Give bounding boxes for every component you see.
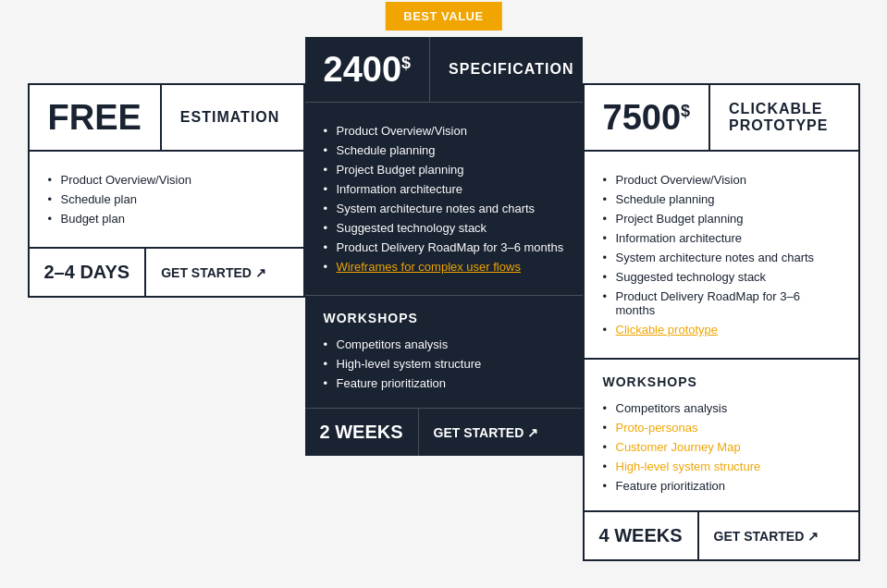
free-cta-button[interactable]: GET STARTED ↗ xyxy=(146,249,281,296)
list-item: Suggested technology stack xyxy=(603,267,840,287)
pricing-container: FREE ESTIMATION Product Overview/Vision … xyxy=(0,0,887,588)
free-price-block: FREE xyxy=(30,85,162,150)
proto-title: CLICKABLE PROTOTYPE xyxy=(729,101,839,134)
proto-title-block: CLICKABLE PROTOTYPE xyxy=(710,85,857,150)
list-item: Product Delivery RoadMap for 3–6 months xyxy=(603,287,840,320)
list-item: Product Overview/Vision xyxy=(48,170,285,190)
spec-title-block: SPECIFICATION xyxy=(430,37,592,102)
spec-workshops: WORKSHOPS Competitors analysis High-leve… xyxy=(305,296,583,409)
proto-price: 7500$ xyxy=(603,100,691,135)
best-value-badge: Best value xyxy=(385,2,501,31)
list-item: Product Overview/Vision xyxy=(603,170,840,190)
list-item: Product Delivery RoadMap for 3–6 months xyxy=(324,238,564,257)
card-spec: Best value 2400$ SPECIFICATION Product O… xyxy=(305,37,583,456)
free-price: FREE xyxy=(48,100,142,135)
spec-duration: 2 WEEKS xyxy=(305,409,419,456)
card-free: FREE ESTIMATION Product Overview/Vision … xyxy=(28,83,305,298)
list-item: Information architecture xyxy=(603,228,840,248)
list-item: High-level system structure xyxy=(324,354,564,374)
proto-workshops-title: WORKSHOPS xyxy=(603,374,840,389)
list-item-highlighted: High-level system structure xyxy=(603,457,840,476)
proto-workshops: WORKSHOPS Competitors analysis Proto-per… xyxy=(585,360,858,512)
list-item-highlighted: Wireframes for complex user flows xyxy=(324,257,564,276)
list-item: System architecture notes and charts xyxy=(324,199,564,218)
free-duration: 2–4 DAYS xyxy=(30,249,147,296)
spec-workshops-list: Competitors analysis High-level system s… xyxy=(324,335,564,393)
spec-header: 2400$ SPECIFICATION xyxy=(305,37,583,103)
proto-footer: 4 WEEKS GET STARTED ↗ xyxy=(585,512,858,559)
list-item-highlighted: Customer Journey Map xyxy=(603,437,840,457)
proto-features: Product Overview/Vision Schedule plannin… xyxy=(585,152,858,360)
free-features: Product Overview/Vision Schedule plan Bu… xyxy=(30,152,303,249)
card-proto: 7500$ CLICKABLE PROTOTYPE Product Overvi… xyxy=(583,83,860,561)
list-item: Competitors analysis xyxy=(603,398,840,418)
list-item: Feature prioritization xyxy=(324,374,564,393)
proto-cta-button[interactable]: GET STARTED ↗ xyxy=(699,512,834,559)
free-title: ESTIMATION xyxy=(180,109,279,126)
spec-footer: 2 WEEKS GET STARTED ↗ xyxy=(305,409,583,456)
list-item-highlighted: Proto-personas xyxy=(603,418,840,437)
proto-price-block: 7500$ xyxy=(585,85,711,150)
list-item: Project Budget planning xyxy=(324,160,564,179)
list-item: Product Overview/Vision xyxy=(324,121,564,141)
proto-header: 7500$ CLICKABLE PROTOTYPE xyxy=(585,85,858,152)
proto-workshops-list: Competitors analysis Proto-personas Cust… xyxy=(603,398,840,496)
list-item-highlighted: Clickable prototype xyxy=(603,320,840,339)
spec-price-block: 2400$ xyxy=(305,37,431,102)
list-item: Information architecture xyxy=(324,179,564,199)
list-item: Budget plan xyxy=(48,209,285,228)
spec-features-list: Product Overview/Vision Schedule plannin… xyxy=(324,121,564,276)
list-item: Schedule planning xyxy=(603,190,840,209)
spec-workshops-title: WORKSHOPS xyxy=(324,311,564,325)
proto-features-list: Product Overview/Vision Schedule plannin… xyxy=(603,170,840,339)
list-item: System architecture notes and charts xyxy=(603,248,840,267)
spec-features: Product Overview/Vision Schedule plannin… xyxy=(305,103,583,296)
list-item: Project Budget planning xyxy=(603,209,840,228)
list-item: Feature prioritization xyxy=(603,476,840,496)
free-title-block: ESTIMATION xyxy=(162,85,298,150)
proto-duration: 4 WEEKS xyxy=(585,512,699,559)
spec-title: SPECIFICATION xyxy=(449,61,573,78)
list-item: Schedule planning xyxy=(324,141,564,160)
free-header: FREE ESTIMATION xyxy=(30,85,303,152)
list-item: Suggested technology stack xyxy=(324,218,564,238)
free-features-list: Product Overview/Vision Schedule plan Bu… xyxy=(48,170,285,228)
list-item: Schedule plan xyxy=(48,190,285,209)
list-item: Competitors analysis xyxy=(324,335,564,354)
spec-price: 2400$ xyxy=(324,52,412,87)
spec-cta-button[interactable]: GET STARTED ↗ xyxy=(419,409,554,456)
free-footer: 2–4 DAYS GET STARTED ↗ xyxy=(30,249,303,296)
